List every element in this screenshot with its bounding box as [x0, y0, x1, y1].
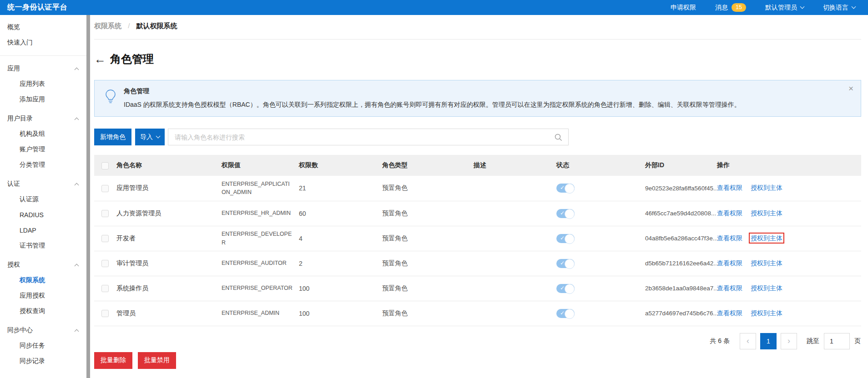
page-title: ← 角色管理	[94, 52, 861, 66]
sidebar-item-概览[interactable]: 概览	[0, 20, 86, 35]
column-header: 角色名称	[116, 155, 222, 176]
column-header: 角色类型	[382, 155, 474, 176]
search-input[interactable]	[168, 129, 568, 145]
chevron-up-icon	[75, 329, 79, 334]
grant-to-subject-link-highlighted[interactable]: 授权到主体	[751, 234, 782, 242]
sidebar-item-授权查询[interactable]: 授权查询	[0, 303, 86, 319]
topnav-messages[interactable]: 消息15	[715, 3, 746, 12]
topnav-apply-permission[interactable]: 申请权限	[671, 4, 696, 12]
bulk-delete-button[interactable]: 批量删除	[94, 352, 132, 369]
sidebar-item-LDAP[interactable]: LDAP	[0, 223, 86, 238]
grant-to-subject-link[interactable]: 授权到主体	[751, 209, 782, 217]
breadcrumb-parent[interactable]: 权限系统	[94, 22, 121, 30]
sidebar-item-添加应用[interactable]: 添加应用	[0, 92, 86, 107]
row-checkbox[interactable]	[101, 185, 109, 192]
add-role-button[interactable]: 新增角色	[94, 129, 131, 145]
grant-to-subject-link[interactable]: 授权到主体	[751, 284, 782, 292]
sidebar-item-应用列表[interactable]: 应用列表	[0, 76, 86, 92]
view-permissions-link[interactable]: 查看权限	[717, 184, 742, 191]
column-header: 外部ID	[645, 155, 717, 176]
sidebar-item-应用[interactable]: 应用	[0, 61, 86, 76]
jump-to-label: 跳至	[807, 337, 819, 345]
permission-count: 100	[299, 301, 382, 326]
permission-count: 60	[299, 201, 382, 226]
next-page-button[interactable]: ›	[781, 333, 797, 349]
sidebar-scrollbar[interactable]	[86, 15, 90, 378]
bulk-actions: 批量删除 批量禁用	[94, 352, 861, 369]
import-button[interactable]: 导入	[135, 129, 165, 145]
sidebar-item-分类管理[interactable]: 分类管理	[0, 157, 86, 173]
jump-to-input[interactable]	[824, 333, 850, 349]
permission-value: ENTERPRISE_HR_ADMIN	[222, 201, 299, 226]
role-description	[474, 251, 556, 276]
sidebar-item-label: 权限系统	[20, 276, 45, 284]
sidebar-item-机构及组[interactable]: 机构及组	[0, 126, 86, 142]
sidebar-item-证书管理[interactable]: 证书管理	[0, 238, 86, 254]
row-checkbox[interactable]	[101, 310, 109, 317]
external-id: 04a8fb5e6a286acc47f3e...	[645, 226, 717, 251]
row-checkbox[interactable]	[101, 210, 109, 217]
topnav-admin-menu[interactable]: 默认管理员	[765, 4, 804, 12]
sidebar-item-同步中心[interactable]: 同步中心	[0, 323, 86, 338]
chevron-up-icon	[75, 264, 79, 269]
grant-to-subject-link[interactable]: 授权到主体	[751, 309, 782, 317]
status-toggle-on[interactable]	[556, 184, 575, 193]
sidebar-item-权限系统[interactable]: 权限系统	[0, 273, 86, 288]
column-header: 操作	[717, 155, 861, 176]
sidebar-item-同步记录[interactable]: 同步记录	[0, 353, 86, 369]
topnav-admin-menu-label: 默认管理员	[765, 4, 797, 12]
sidebar-item-用户目录[interactable]: 用户目录	[0, 111, 86, 126]
info-banner-title: 角色管理	[124, 87, 741, 95]
status-toggle-on[interactable]	[556, 234, 575, 243]
topnav-messages-label: 消息	[715, 4, 728, 12]
sidebar-item-RADIUS[interactable]: RADIUS	[0, 207, 86, 223]
table-row: 人力资源管理员ENTERPRISE_HR_ADMIN60预置角色46f65cc7…	[94, 201, 861, 226]
sidebar-item-label: 认证源	[20, 195, 39, 204]
view-permissions-link[interactable]: 查看权限	[717, 284, 742, 292]
view-permissions-link[interactable]: 查看权限	[717, 234, 742, 242]
search-icon[interactable]	[555, 134, 562, 143]
table-row: 开发者ENTERPRISE_DEVELOPER4预置角色04a8fb5e6a28…	[94, 226, 861, 251]
select-all-checkbox[interactable]	[101, 162, 109, 169]
view-permissions-link[interactable]: 查看权限	[717, 309, 742, 317]
status-toggle-on[interactable]	[556, 284, 575, 293]
sidebar-item-账户管理[interactable]: 账户管理	[0, 142, 86, 157]
row-checkbox[interactable]	[101, 235, 109, 242]
page-1-button[interactable]: 1	[760, 333, 777, 349]
total-count: 共 6 条	[710, 337, 730, 345]
breadcrumb-separator: /	[128, 22, 130, 30]
role-description	[474, 226, 556, 251]
sidebar-item-认证[interactable]: 认证	[0, 176, 86, 192]
topbar: 统一身份认证平台 申请权限消息15默认管理员切换语言	[0, 0, 868, 15]
view-permissions-link[interactable]: 查看权限	[717, 259, 742, 267]
close-icon[interactable]: ×	[848, 84, 853, 93]
sidebar-item-快速入门[interactable]: 快速入门	[0, 35, 86, 50]
scrollbar-thumb[interactable]	[86, 15, 90, 378]
status-toggle-on[interactable]	[556, 309, 575, 318]
status-toggle-on[interactable]	[556, 259, 575, 268]
sidebar-item-应用授权[interactable]: 应用授权	[0, 288, 86, 303]
grant-to-subject-link[interactable]: 授权到主体	[751, 259, 782, 267]
sidebar: 概览快速入门应用应用列表添加应用用户目录机构及组账户管理分类管理认证认证源RAD…	[0, 15, 86, 378]
topnav-language-menu[interactable]: 切换语言	[823, 4, 855, 12]
sidebar-item-授权[interactable]: 授权	[0, 257, 86, 273]
role-description	[474, 301, 556, 326]
status-cell	[556, 276, 645, 301]
role-name: 系统操作员	[116, 276, 222, 301]
import-button-label: 导入	[140, 133, 153, 141]
role-name: 审计管理员	[116, 251, 222, 276]
permission-value: ENTERPRISE_DEVELOPER	[222, 226, 299, 251]
back-arrow-icon[interactable]: ←	[94, 53, 106, 65]
bulk-disable-button[interactable]: 批量禁用	[138, 352, 176, 369]
prev-page-button[interactable]: ‹	[740, 333, 756, 349]
sidebar-item-label: 账户管理	[20, 145, 45, 154]
status-toggle-on[interactable]	[556, 209, 575, 218]
page-unit-label: 页	[854, 337, 861, 345]
sidebar-item-同步任务[interactable]: 同步任务	[0, 338, 86, 353]
sidebar-item-认证源[interactable]: 认证源	[0, 192, 86, 207]
view-permissions-link[interactable]: 查看权限	[717, 209, 742, 217]
row-checkbox[interactable]	[101, 285, 109, 292]
row-checkbox[interactable]	[101, 260, 109, 267]
grant-to-subject-link[interactable]: 授权到主体	[751, 184, 782, 191]
role-name: 应用管理员	[116, 176, 222, 201]
